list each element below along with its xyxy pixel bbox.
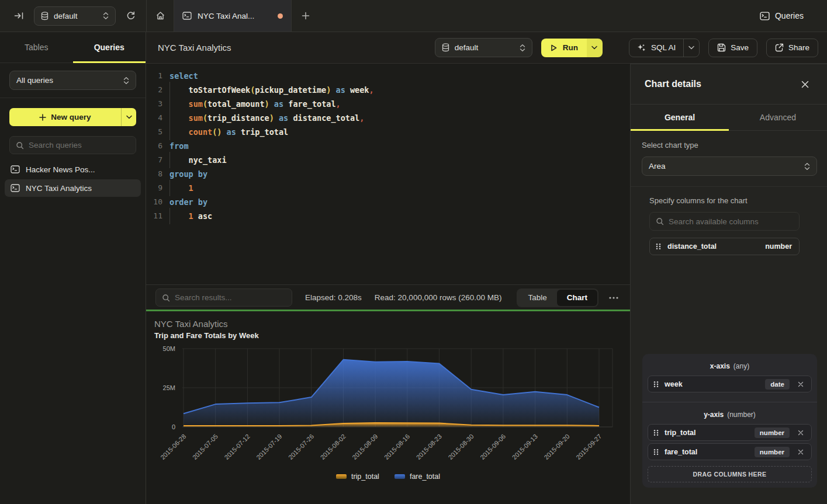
- chart-details-header: Chart details: [631, 64, 827, 105]
- y-axis-column-chip-fare_total[interactable]: fare_totalnumber: [648, 443, 812, 460]
- home-tab-button[interactable]: [147, 0, 174, 32]
- sidebar-tab-tables[interactable]: Tables: [0, 32, 73, 62]
- search-columns-input[interactable]: [669, 217, 793, 226]
- x-axis-column-chip-week[interactable]: weekdate: [648, 376, 812, 392]
- run-options-button[interactable]: [587, 39, 603, 57]
- search-queries-field[interactable]: [9, 136, 136, 154]
- code-line: 2toStartOfWeek(pickup_datetime) as week,: [146, 83, 630, 97]
- query-list-item[interactable]: NYC Taxi Analytics: [5, 179, 141, 197]
- queries-nav-button[interactable]: Queries: [760, 11, 827, 20]
- code-token: [269, 99, 274, 109]
- y-axis-drop-area[interactable]: trip_totalnumberfare_totalnumber: [648, 424, 812, 460]
- query-list-item[interactable]: Hacker News Pos...: [5, 161, 141, 178]
- new-query-dropdown-button[interactable]: [121, 108, 136, 126]
- code-line: 4sum(trip_distance) as distance_total,: [146, 111, 630, 125]
- svg-text:2015-07-05: 2015-07-05: [191, 433, 219, 461]
- share-button[interactable]: Share: [766, 39, 818, 57]
- tab-nyc-taxi-analytics[interactable]: NYC Taxi Anal...: [174, 0, 292, 32]
- svg-text:2015-08-09: 2015-08-09: [351, 433, 379, 461]
- chart-details-title: Chart details: [645, 79, 797, 89]
- database-selector[interactable]: default: [435, 38, 532, 57]
- chart-type-select[interactable]: Area: [642, 157, 817, 176]
- code-token: sum: [189, 113, 203, 123]
- refresh-button[interactable]: [123, 8, 139, 24]
- database-selector[interactable]: default: [34, 6, 116, 26]
- code-text: toStartOfWeek(pickup_datetime) as week,: [169, 83, 374, 97]
- home-icon: [155, 11, 165, 20]
- terminal-icon: [11, 165, 20, 173]
- close-panel-button[interactable]: [797, 76, 813, 92]
- remove-column-button[interactable]: [795, 446, 807, 458]
- tab-general[interactable]: General: [631, 105, 729, 130]
- column-name: distance_total: [667, 242, 759, 251]
- search-results-field[interactable]: [155, 289, 292, 307]
- sparkles-icon: [637, 43, 646, 52]
- query-list: Hacker News Pos...NYC Taxi Analytics: [5, 161, 141, 197]
- sidebar-tabs: Tables Queries: [0, 32, 146, 63]
- save-button-label: Save: [731, 43, 749, 52]
- legend-item-fare_total[interactable]: fare_total: [395, 472, 440, 481]
- y-axis-title: y-axis: [704, 411, 724, 419]
- collapse-sidebar-button[interactable]: [11, 8, 27, 24]
- line-number: 7: [146, 153, 162, 167]
- drag-handle-icon: [653, 429, 659, 437]
- code-token: week: [350, 85, 369, 95]
- database-icon: [442, 43, 449, 52]
- run-button-main[interactable]: Run: [541, 39, 587, 57]
- tab-label: NYC Taxi Anal...: [198, 12, 272, 20]
- sql-ai-dropdown-button[interactable]: [683, 39, 699, 57]
- sql-ai-main[interactable]: SQL AI: [629, 39, 683, 57]
- x-axis-drop-area[interactable]: weekdate: [648, 376, 812, 392]
- code-token: from: [169, 141, 189, 151]
- share-button-label: Share: [788, 43, 809, 52]
- save-button[interactable]: Save: [708, 39, 757, 57]
- view-toggle-table[interactable]: Table: [518, 290, 556, 306]
- ellipsis-icon: [609, 297, 618, 299]
- code-token: [222, 127, 226, 137]
- legend-swatch: [395, 474, 405, 479]
- sql-ai-button[interactable]: SQL AI: [629, 39, 700, 57]
- query-filter-select[interactable]: All queries: [9, 71, 136, 90]
- code-line: 111 asc: [146, 209, 630, 223]
- search-results-input[interactable]: [175, 293, 286, 302]
- y-axis-column-chip-trip_total[interactable]: trip_totalnumber: [648, 424, 812, 441]
- tab-advanced-label: Advanced: [760, 113, 796, 122]
- top-bar-left: default: [0, 0, 146, 32]
- search-columns-field[interactable]: [649, 212, 800, 231]
- line-number: 2: [146, 83, 162, 97]
- chart-details-tabs: General Advanced: [631, 105, 827, 131]
- chart-type-label: Select chart type: [642, 141, 817, 150]
- new-tab-button[interactable]: [292, 0, 320, 32]
- line-number: 10: [146, 195, 162, 209]
- tab-advanced[interactable]: Advanced: [729, 105, 827, 130]
- sidebar-tab-queries[interactable]: Queries: [73, 32, 146, 62]
- query-list-item-label: Hacker News Pos...: [26, 165, 95, 174]
- remove-column-button[interactable]: [795, 378, 807, 390]
- play-icon: [550, 44, 558, 52]
- code-text: group by: [169, 167, 207, 181]
- new-query-main[interactable]: New query: [9, 108, 121, 126]
- view-toggle-chart-label: Chart: [567, 293, 587, 302]
- code-line: 8group by: [146, 167, 630, 181]
- new-query-button[interactable]: New query: [9, 108, 136, 126]
- queries-nav-label: Queries: [775, 11, 804, 20]
- search-queries-input[interactable]: [29, 141, 130, 150]
- sidebar-tab-tables-label: Tables: [25, 43, 48, 52]
- legend-item-trip_total[interactable]: trip_total: [336, 472, 379, 481]
- legend-label: trip_total: [351, 472, 379, 481]
- available-column-chip-distance_total[interactable]: distance_totalnumber: [649, 238, 800, 255]
- search-icon: [16, 141, 24, 150]
- refresh-icon: [126, 11, 136, 20]
- results-more-button[interactable]: [605, 290, 622, 306]
- svg-text:25M: 25M: [163, 384, 175, 391]
- sql-editor[interactable]: 1select2toStartOfWeek(pickup_datetime) a…: [146, 64, 630, 284]
- code-token: 1: [189, 183, 193, 193]
- remove-column-button[interactable]: [795, 427, 807, 439]
- legend-label: fare_total: [410, 472, 440, 481]
- view-toggle-chart[interactable]: Chart: [557, 290, 597, 306]
- run-button[interactable]: Run: [541, 39, 603, 57]
- drag-columns-drop-zone[interactable]: DRAG COLUMNS HERE: [648, 466, 812, 482]
- code-line: 1select: [146, 69, 630, 83]
- x-axis-header: x-axis(any): [648, 362, 812, 370]
- chart-details-panel: Chart details General Advanced Select ch…: [630, 64, 827, 504]
